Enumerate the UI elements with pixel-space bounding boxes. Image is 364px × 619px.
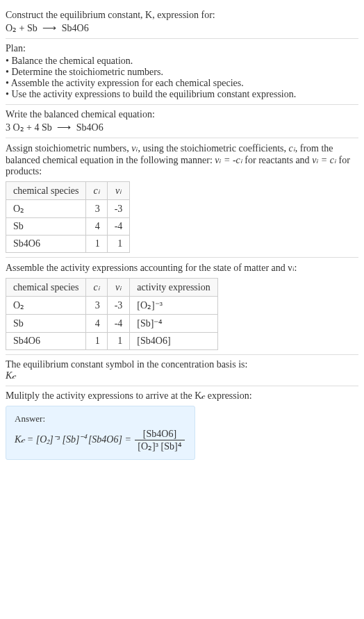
cell-c: 1 bbox=[86, 236, 107, 253]
col-expr: activity expression bbox=[130, 279, 217, 297]
table-row: Sb4O6 1 1 [Sb4O6] bbox=[6, 333, 218, 350]
cell-nu: -3 bbox=[107, 297, 130, 315]
balanced-equation: 3 O₂ + 4 Sb ⟶ Sb4O6 bbox=[6, 122, 358, 133]
stoich-section: Assign stoichiometric numbers, νᵢ, using… bbox=[6, 138, 358, 258]
stoich-heading: Assign stoichiometric numbers, νᵢ, using… bbox=[6, 142, 358, 177]
cell-c: 4 bbox=[86, 315, 107, 333]
intro-prompt: Construct the equilibrium constant, K, e… bbox=[6, 10, 358, 21]
table-row: O₂ 3 -3 [O₂]⁻³ bbox=[6, 297, 218, 315]
text: , using the stoichiometric coefficients, bbox=[138, 143, 288, 154]
symbol-heading: The equilibrium constant symbol in the c… bbox=[6, 359, 358, 370]
fraction-denominator: [O₂]³ [Sb]⁴ bbox=[135, 440, 184, 452]
cell-species: Sb4O6 bbox=[6, 333, 86, 350]
plan-step: Assemble the activity expression for eac… bbox=[6, 78, 358, 89]
answer-lhs: K𝒸 = [O₂]⁻³ [Sb]⁻⁴ [Sb4O6] = bbox=[15, 434, 131, 445]
plan-section: Plan: Balance the chemical equation. Det… bbox=[6, 39, 358, 105]
rule-products: νᵢ = cᵢ bbox=[312, 155, 336, 165]
cell-nu: 1 bbox=[107, 236, 130, 253]
col-ci: cᵢ bbox=[86, 182, 107, 200]
table-row: Sb 4 -4 bbox=[6, 218, 130, 236]
cell-expr: [O₂]⁻³ bbox=[130, 297, 217, 315]
balanced-section: Write the balanced chemical equation: 3 … bbox=[6, 105, 358, 138]
table-row: O₂ 3 -3 bbox=[6, 200, 130, 218]
cell-species: O₂ bbox=[6, 297, 86, 315]
plan-heading: Plan: bbox=[6, 43, 358, 54]
cell-nu: -4 bbox=[107, 315, 130, 333]
plan-list: Balance the chemical equation. Determine… bbox=[6, 56, 358, 100]
cell-c: 1 bbox=[86, 333, 107, 350]
cell-c: 4 bbox=[86, 218, 107, 236]
cell-species: O₂ bbox=[6, 200, 86, 218]
ci-symbol: cᵢ bbox=[289, 143, 295, 154]
table-row: Sb4O6 1 1 bbox=[6, 236, 130, 253]
activity-section: Assemble the activity expressions accoun… bbox=[6, 258, 358, 355]
text: Assign stoichiometric numbers, bbox=[6, 143, 131, 154]
balanced-heading: Write the balanced chemical equation: bbox=[6, 109, 358, 120]
arrow-icon: ⟶ bbox=[42, 23, 56, 33]
cell-c: 3 bbox=[86, 200, 107, 218]
answer-expression: K𝒸 = [O₂]⁻³ [Sb]⁻⁴ [Sb4O6] = [Sb4O6] [O₂… bbox=[15, 429, 186, 452]
col-nu: νᵢ bbox=[107, 182, 130, 200]
table-header-row: chemical species cᵢ νᵢ bbox=[6, 182, 130, 200]
arrow-icon: ⟶ bbox=[57, 122, 71, 133]
rule-reactants: νᵢ = -cᵢ bbox=[215, 155, 242, 165]
fraction-numerator: [Sb4O6] bbox=[135, 429, 184, 440]
cell-nu: 1 bbox=[107, 333, 130, 350]
cell-species: Sb bbox=[6, 218, 86, 236]
unbalanced-equation: O₂ + Sb ⟶ Sb4O6 bbox=[6, 22, 358, 34]
answer-box: Answer: K𝒸 = [O₂]⁻³ [Sb]⁻⁴ [Sb4O6] = [Sb… bbox=[6, 406, 195, 460]
cell-expr: [Sb4O6] bbox=[130, 333, 217, 350]
activity-table: chemical species cᵢ νᵢ activity expressi… bbox=[6, 278, 218, 350]
plan-step: Balance the chemical equation. bbox=[6, 56, 358, 67]
intro-text: Construct the equilibrium constant, K, e… bbox=[6, 10, 215, 20]
table-row: Sb 4 -4 [Sb]⁻⁴ bbox=[6, 315, 218, 333]
multiply-heading: Mulitply the activity expressions to arr… bbox=[6, 390, 358, 402]
cell-expr: [Sb]⁻⁴ bbox=[130, 315, 217, 333]
products: Sb4O6 bbox=[62, 23, 89, 33]
answer-label: Answer: bbox=[15, 413, 186, 424]
col-species: chemical species bbox=[6, 279, 86, 297]
cell-species: Sb bbox=[6, 315, 86, 333]
cell-nu: -4 bbox=[107, 218, 130, 236]
table-header-row: chemical species cᵢ νᵢ activity expressi… bbox=[6, 279, 218, 297]
col-nu: νᵢ bbox=[107, 279, 130, 297]
cell-c: 3 bbox=[86, 297, 107, 315]
stoich-table: chemical species cᵢ νᵢ O₂ 3 -3 Sb 4 -4 S… bbox=[6, 181, 130, 253]
reactants: O₂ + Sb bbox=[6, 23, 38, 33]
plan-step: Use the activity expressions to build th… bbox=[6, 89, 358, 100]
activity-heading: Assemble the activity expressions accoun… bbox=[6, 262, 358, 274]
answer-fraction: [Sb4O6] [O₂]³ [Sb]⁴ bbox=[135, 429, 184, 452]
symbol-value: K𝒸 bbox=[6, 370, 358, 381]
balanced-rhs: Sb4O6 bbox=[76, 122, 104, 133]
col-ci: cᵢ bbox=[86, 279, 107, 297]
balanced-lhs: 3 O₂ + 4 Sb bbox=[6, 122, 52, 133]
symbol-section: The equilibrium constant symbol in the c… bbox=[6, 355, 358, 386]
plan-step: Determine the stoichiometric numbers. bbox=[6, 67, 358, 78]
cell-nu: -3 bbox=[107, 200, 130, 218]
col-species: chemical species bbox=[6, 182, 86, 200]
cell-species: Sb4O6 bbox=[6, 236, 86, 253]
answer-section: Mulitply the activity expressions to arr… bbox=[6, 386, 358, 464]
text: for reactants and bbox=[242, 155, 312, 165]
intro-section: Construct the equilibrium constant, K, e… bbox=[6, 6, 358, 39]
